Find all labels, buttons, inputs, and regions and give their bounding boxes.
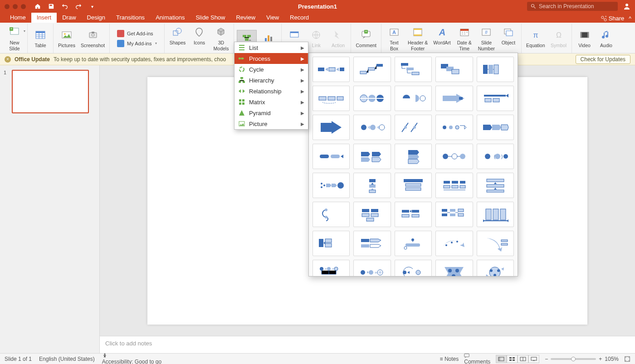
zoom-slider-thumb[interactable]	[571, 357, 576, 361]
smartart-process-option[interactable]	[395, 144, 432, 169]
smartart-process-option[interactable]	[435, 86, 473, 111]
smartart-process-option[interactable]	[395, 86, 432, 111]
smartart-process-option[interactable]	[477, 57, 514, 82]
customize-qat-icon[interactable]: ▾	[88, 3, 96, 10]
smartart-process-option[interactable]	[435, 173, 473, 198]
tab-view[interactable]: View	[261, 12, 284, 23]
smartart-cat-picture[interactable]: Picture▶	[234, 118, 308, 129]
smartart-process-option[interactable]	[313, 86, 350, 111]
normal-view-button[interactable]	[496, 355, 507, 363]
wordart-button[interactable]: A WordArt	[431, 24, 452, 52]
screenshot-button[interactable]: Screenshot	[79, 27, 107, 49]
zoom-in-button[interactable]: +	[599, 356, 602, 362]
datetime-button[interactable]: Date & Time	[454, 24, 474, 52]
tab-draw[interactable]: Draw	[57, 12, 81, 23]
link-button[interactable]: Link	[306, 27, 326, 49]
smartart-process-option[interactable]	[353, 173, 391, 198]
tab-transitions[interactable]: Transitions	[111, 12, 150, 23]
smartart-process-option[interactable]	[435, 231, 473, 256]
smartart-process-option[interactable]	[435, 57, 473, 82]
audio-button[interactable]: Audio	[596, 27, 616, 49]
smartart-process-option[interactable]	[313, 144, 350, 169]
smartart-cat-pyramid[interactable]: Pyramid▶	[234, 107, 308, 118]
slideshow-view-button[interactable]	[528, 355, 539, 363]
share-button[interactable]: + Share	[601, 15, 625, 22]
smartart-process-option[interactable]	[353, 115, 391, 140]
zoom-slider[interactable]	[551, 358, 596, 360]
fit-to-window-button[interactable]	[624, 356, 630, 362]
smartart-process-option[interactable]: +=	[353, 260, 391, 277]
table-button[interactable]: Table	[30, 27, 50, 49]
smartart-process-option[interactable]	[353, 57, 391, 82]
tab-slideshow[interactable]: Slide Show	[190, 12, 230, 23]
smartart-process-option[interactable]: +=	[313, 260, 350, 277]
search-box[interactable]	[527, 2, 618, 11]
smartart-process-option[interactable]	[477, 115, 514, 140]
tab-review[interactable]: Review	[230, 12, 261, 23]
get-addins-button[interactable]: Get Add-ins	[115, 29, 159, 38]
smartart-process-option[interactable]	[313, 173, 350, 198]
smartart-process-option[interactable]	[477, 260, 514, 277]
notes-pane[interactable]: Click to add notes	[100, 336, 635, 353]
smartart-process-option[interactable]	[435, 260, 473, 277]
search-input[interactable]	[539, 3, 611, 10]
tab-insert[interactable]: Insert	[31, 12, 57, 23]
smartart-process-option[interactable]	[435, 202, 473, 227]
close-updatebar-icon[interactable]: ×	[5, 56, 11, 63]
smartart-cat-relationship[interactable]: Relationship▶	[234, 86, 308, 97]
shapes-button[interactable]: Shapes	[167, 24, 187, 52]
smartart-process-option[interactable]	[477, 202, 514, 227]
pictures-button[interactable]: Pictures	[56, 27, 77, 49]
reading-view-button[interactable]	[518, 355, 528, 363]
save-icon[interactable]	[48, 3, 55, 10]
check-updates-button[interactable]: Check for Updates	[576, 55, 630, 64]
language-status[interactable]: English (United States)	[39, 356, 95, 362]
smartart-cat-hierarchy[interactable]: Hierarchy▶	[234, 75, 308, 86]
comments-toggle[interactable]: Comments	[464, 353, 490, 364]
3d-models-button[interactable]: 3D Models	[211, 24, 231, 52]
my-addins-button[interactable]: My Add-ins▾	[115, 39, 159, 48]
smartart-process-option[interactable]	[353, 144, 391, 169]
smartart-process-option[interactable]	[313, 202, 350, 227]
comment-button[interactable]: + Comment	[354, 27, 378, 49]
smartart-process-option[interactable]	[477, 173, 514, 198]
smartart-cat-process[interactable]: Process▶	[234, 53, 308, 64]
zoom-out-button[interactable]: −	[545, 356, 548, 362]
close-window-icon[interactable]	[5, 4, 10, 9]
tab-home[interactable]: Home	[5, 12, 31, 23]
notes-toggle[interactable]: ≡ Notes	[440, 356, 459, 362]
smartart-process-option[interactable]	[435, 115, 473, 140]
smartart-cat-cycle[interactable]: Cycle▶	[234, 64, 308, 75]
tab-animations[interactable]: Animations	[150, 12, 190, 23]
smartart-process-option[interactable]	[353, 231, 391, 256]
smartart-process-option[interactable]	[477, 231, 514, 256]
header-footer-button[interactable]: Header & Footer	[406, 24, 430, 52]
smartart-process-option[interactable]: ()	[477, 144, 514, 169]
smartart-gallery[interactable]: ()+=+=	[308, 53, 518, 277]
home-icon[interactable]	[34, 3, 41, 10]
smartart-process-option[interactable]	[395, 260, 432, 277]
icons-button[interactable]: Icons	[189, 24, 209, 52]
minimize-window-icon[interactable]	[13, 4, 18, 9]
smartart-process-option[interactable]	[477, 86, 514, 111]
video-button[interactable]: Video	[575, 27, 595, 49]
smartart-process-option[interactable]	[395, 115, 432, 140]
smartart-process-option[interactable]	[353, 202, 391, 227]
maximize-window-icon[interactable]	[21, 4, 26, 9]
smartart-process-option[interactable]	[395, 57, 432, 82]
user-account-icon[interactable]	[623, 3, 630, 10]
slide-thumbnail-panel[interactable]: 1	[0, 65, 100, 353]
smartart-process-option[interactable]	[313, 57, 350, 82]
sorter-view-button[interactable]	[507, 355, 518, 363]
smartart-process-option[interactable]	[353, 86, 391, 111]
textbox-button[interactable]: A Text Box	[384, 24, 404, 52]
collapse-ribbon-icon[interactable]: ^	[629, 15, 631, 22]
tab-design[interactable]: Design	[82, 12, 111, 23]
undo-icon[interactable]	[61, 3, 68, 10]
accessibility-status[interactable]: Accessibility: Good to go	[102, 353, 161, 364]
equation-button[interactable]: π Equation	[524, 27, 547, 49]
smartart-process-option[interactable]	[395, 202, 432, 227]
smartart-process-option[interactable]	[313, 115, 350, 140]
smartart-process-option[interactable]	[313, 231, 350, 256]
slide-thumbnail-1[interactable]	[12, 70, 89, 113]
